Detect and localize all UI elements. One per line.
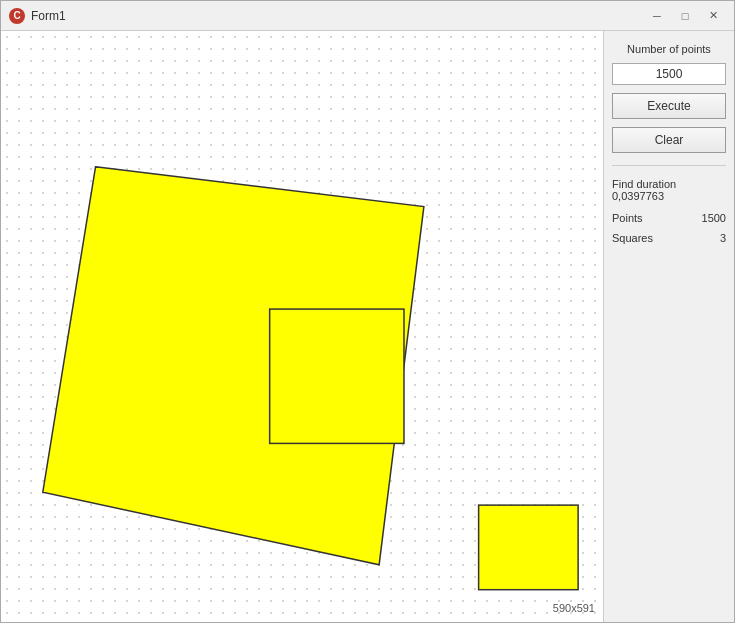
main-window: C Form1 ─ □ ✕ 590x591 Number of points [0,0,735,623]
sidebar: Number of points Execute Clear Find dura… [604,31,734,622]
window-title: Form1 [31,9,66,23]
canvas-size-label: 590x591 [553,602,595,614]
title-bar: C Form1 ─ □ ✕ [1,1,734,31]
execute-button[interactable]: Execute [612,93,726,119]
square-small [479,505,579,590]
find-duration-value: 0,0397763 [612,190,664,202]
canvas-svg [1,31,603,622]
minimize-button[interactable]: ─ [644,5,670,27]
squares-label: Squares [612,232,653,244]
points-input[interactable] [612,63,726,85]
points-label: Points [612,212,643,224]
number-of-points-label: Number of points [612,43,726,55]
clear-button[interactable]: Clear [612,127,726,153]
maximize-button[interactable]: □ [672,5,698,27]
squares-count-value: 3 [720,232,726,244]
divider-1 [612,165,726,166]
app-icon: C [9,8,25,24]
find-duration-label: Find duration [612,178,676,190]
title-bar-controls: ─ □ ✕ [644,5,726,27]
find-duration-info: Find duration 0,0397763 [612,178,726,202]
title-bar-left: C Form1 [9,8,66,24]
squares-info-row: Squares 3 [612,232,726,244]
points-count-value: 1500 [702,212,726,224]
canvas-area: 590x591 [1,31,604,622]
points-info-row: Points 1500 [612,212,726,224]
main-content: 590x591 Number of points Execute Clear F… [1,31,734,622]
close-button[interactable]: ✕ [700,5,726,27]
square-medium [270,309,404,443]
